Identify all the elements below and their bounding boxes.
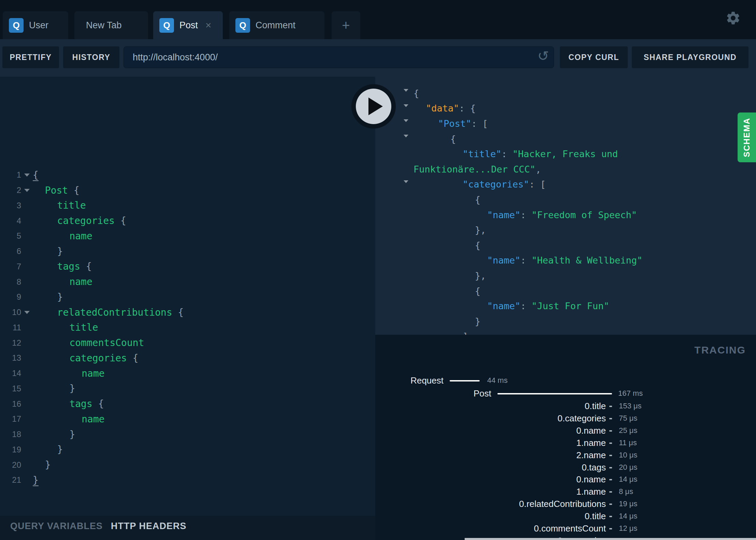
- editor-line[interactable]: 13categories {: [0, 350, 375, 366]
- response-line: },: [375, 222, 756, 238]
- response-code: },: [475, 270, 486, 281]
- tracing-span-bar: [497, 393, 612, 394]
- share-playground-button[interactable]: SHARE PLAYGROUND: [632, 46, 748, 68]
- response-line: "categories": [: [375, 177, 756, 192]
- collapse-arrow-icon[interactable]: [404, 137, 408, 144]
- editor-line[interactable]: 2Post {: [0, 183, 375, 198]
- response-code: "Post": [: [438, 118, 488, 129]
- refresh-schema-icon[interactable]: ↺: [537, 49, 549, 63]
- tab-new-tab[interactable]: New Tab: [74, 11, 148, 39]
- collapse-arrow-icon[interactable]: [404, 122, 408, 129]
- query-code: }: [69, 383, 75, 394]
- tab-user[interactable]: QUser: [3, 11, 68, 39]
- fold-gutter[interactable]: [21, 174, 33, 177]
- editor-line[interactable]: 14name: [0, 366, 375, 381]
- collapse-arrow-icon[interactable]: [404, 183, 408, 190]
- fold-gutter[interactable]: [21, 311, 33, 314]
- editor-line[interactable]: 18}: [0, 427, 375, 442]
- editor-line[interactable]: 10relatedContributions {: [0, 305, 375, 320]
- tracing-separator-dash: [609, 455, 612, 456]
- query-variables-tab[interactable]: QUERY VARIABLES: [10, 521, 103, 531]
- query-code: categories {: [69, 352, 138, 364]
- new-tab-button[interactable]: +: [332, 11, 360, 39]
- editor-line[interactable]: 4categories {: [0, 213, 375, 228]
- editor-line[interactable]: 5name: [0, 228, 375, 244]
- tracing-span-value: 167 ms: [618, 389, 643, 398]
- tracing-separator-dash: [609, 442, 612, 444]
- query-code: }: [57, 291, 63, 303]
- endpoint-url-input[interactable]: [124, 52, 525, 63]
- response-code: "name": "Freedom of Speech": [487, 210, 637, 220]
- tracing-field-label: 0.commentsCount: [375, 523, 606, 534]
- tracing-field-value: 11 μs: [619, 438, 637, 447]
- response-line: "title": "Hacker, Freaks und: [375, 146, 756, 162]
- editor-line[interactable]: 17name: [0, 411, 375, 427]
- http-headers-tab[interactable]: HTTP HEADERS: [111, 521, 187, 531]
- response-code: "name": "Just For Fun": [487, 301, 609, 311]
- query-code: name: [82, 414, 104, 425]
- tracing-field-value: 25 μs: [619, 426, 637, 435]
- schema-side-tab[interactable]: SCHEMA: [738, 112, 756, 162]
- fold-arrow-icon[interactable]: [24, 311, 30, 314]
- settings-gear-icon[interactable]: [725, 10, 741, 26]
- response-code: ]: [463, 331, 468, 335]
- fold-gutter[interactable]: [21, 189, 33, 192]
- response-code: {: [475, 240, 480, 251]
- tracing-horizontal-scrollbar[interactable]: [465, 538, 756, 540]
- editor-line[interactable]: 3title: [0, 198, 375, 213]
- response-code: "name": "Health & Wellbeing": [487, 255, 642, 266]
- editor-line[interactable]: 12commentsCount: [0, 335, 375, 350]
- editor-line[interactable]: 9}: [0, 289, 375, 305]
- tracing-separator-dash: [609, 467, 612, 468]
- tab-comment[interactable]: QComment: [229, 11, 324, 39]
- close-tab-icon[interactable]: ×: [205, 20, 212, 30]
- history-button[interactable]: HISTORY: [63, 46, 119, 68]
- copy-curl-button[interactable]: COPY CURL: [560, 46, 628, 68]
- collapse-arrow-icon[interactable]: [404, 92, 408, 98]
- endpoint-url-field[interactable]: ↺: [123, 46, 554, 68]
- line-number: 7: [0, 262, 21, 271]
- fold-arrow-icon[interactable]: [24, 189, 30, 192]
- editor-line[interactable]: 1{: [0, 167, 375, 183]
- query-editor-pane[interactable]: 1{2Post {3title4categories {5name6}7tags…: [0, 77, 375, 516]
- query-code: title: [57, 200, 86, 211]
- collapse-arrow-icon[interactable]: [404, 107, 408, 114]
- response-line: "name": "Health & Wellbeing": [375, 253, 756, 268]
- editor-line[interactable]: 8name: [0, 274, 375, 289]
- line-number: 9: [0, 292, 21, 302]
- tab-label: New Tab: [86, 20, 122, 31]
- tab-bar: QUserNew TabQPost×QComment+: [0, 0, 756, 39]
- editor-line[interactable]: 20}: [0, 457, 375, 472]
- line-number: 5: [0, 231, 21, 241]
- response-code: "categories": [: [463, 179, 546, 190]
- tab-post[interactable]: QPost×: [153, 11, 223, 39]
- tracing-span-label: Request: [375, 375, 444, 386]
- graphql-playground: QUserNew TabQPost×QComment+ PRETTIFY HIS…: [0, 0, 756, 540]
- tracing-separator-dash: [609, 479, 612, 480]
- prettify-button[interactable]: PRETTIFY: [2, 46, 59, 68]
- query-code: }: [57, 246, 63, 257]
- tracing-header: TRACING: [694, 344, 746, 356]
- fold-arrow-icon[interactable]: [24, 174, 30, 177]
- editor-line[interactable]: 21}: [0, 472, 375, 488]
- tracing-field-label: 0.tags: [375, 462, 606, 473]
- editor-line[interactable]: 15}: [0, 381, 375, 396]
- tracing-field-value: 75 μs: [619, 414, 637, 423]
- response-line: }: [375, 314, 756, 329]
- query-code: }: [33, 475, 39, 486]
- editor-line[interactable]: 6}: [0, 244, 375, 259]
- response-line: "Post": [: [375, 116, 756, 131]
- response-code: Funktionäre...Der CCC",: [413, 164, 541, 175]
- editor-line[interactable]: 11title: [0, 320, 375, 335]
- execute-query-button[interactable]: [351, 84, 396, 129]
- query-code: title: [69, 322, 98, 333]
- editor-line[interactable]: 7tags {: [0, 259, 375, 274]
- editor-line[interactable]: 16tags {: [0, 396, 375, 411]
- query-code: tags {: [57, 261, 92, 272]
- tracing-field-label: 0.name: [375, 474, 606, 485]
- response-line: {: [375, 192, 756, 207]
- response-line: "name": "Just For Fun": [375, 298, 756, 314]
- tracing-separator-dash: [609, 418, 612, 419]
- editor-line[interactable]: 19}: [0, 442, 375, 457]
- response-code: {: [413, 88, 419, 99]
